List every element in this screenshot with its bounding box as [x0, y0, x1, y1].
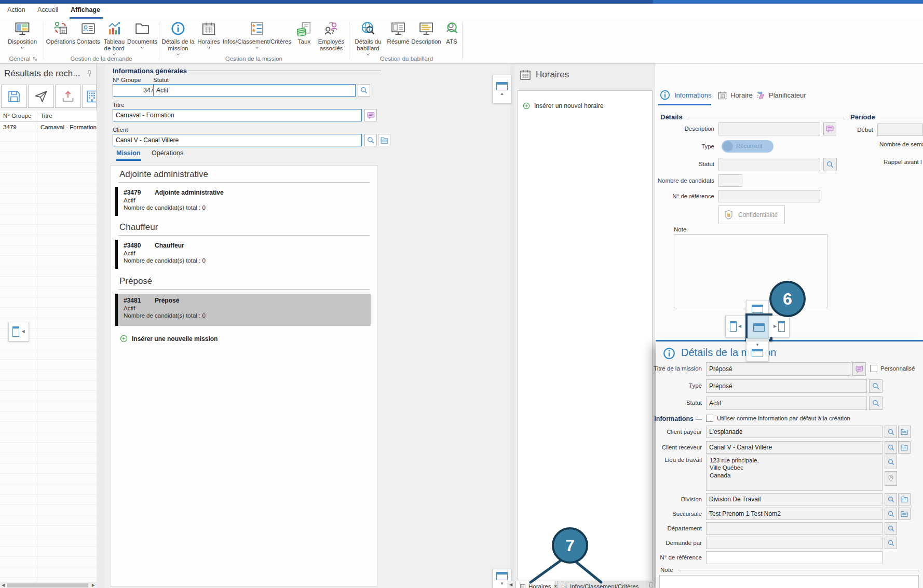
- ribbon-tab-accueil[interactable]: Accueil: [37, 6, 58, 13]
- dock-window-icon: [778, 321, 785, 332]
- departement-input[interactable]: [706, 522, 883, 535]
- titre-note-button[interactable]: [364, 109, 377, 121]
- titre-note-button[interactable]: [852, 362, 866, 376]
- paper-plane-icon: [34, 89, 48, 104]
- calendar-icon: [717, 90, 727, 100]
- debut-label: Début: [831, 127, 873, 133]
- lieu-search-button[interactable]: [885, 455, 897, 469]
- table-row[interactable]: 3479 Carnaval - Formation: [0, 122, 97, 132]
- note-label: Note: [674, 226, 686, 233]
- mission-card-selected[interactable]: #3481 Préposé Actif Nombre de candidat(s…: [115, 294, 371, 326]
- client-receveur-input[interactable]: Canal V - Canal Villere: [706, 441, 883, 454]
- ribbon-tab-action[interactable]: Action: [7, 6, 25, 13]
- weeks-label: Nombre de sema: [879, 141, 923, 147]
- division-search-button[interactable]: [885, 493, 897, 505]
- reference-input[interactable]: [718, 190, 820, 202]
- company-button[interactable]: [82, 85, 97, 108]
- search-icon: [887, 524, 895, 533]
- statut-input[interactable]: [718, 158, 820, 171]
- type-search-button[interactable]: [869, 379, 883, 393]
- description-input[interactable]: [718, 122, 820, 135]
- ribbon-tab-affichage[interactable]: Affichage: [71, 6, 100, 13]
- demande-par-input[interactable]: [706, 537, 883, 549]
- ribbon-group-mission: Gestion de la mission: [161, 56, 347, 62]
- save-button[interactable]: [1, 85, 27, 108]
- dock-guide-bottom[interactable]: ▼: [746, 338, 769, 361]
- tab-mission[interactable]: Mission: [116, 149, 141, 157]
- dock-window-icon: [752, 349, 763, 357]
- dock-guide-left[interactable]: ◀: [725, 316, 746, 337]
- tab-scroll-left-icon[interactable]: ◀: [509, 583, 512, 587]
- search-icon: [887, 458, 895, 467]
- panel-splitter[interactable]: [97, 64, 105, 588]
- client-input[interactable]: Canal V - Canal Villere: [113, 134, 362, 146]
- departement-search-button[interactable]: [885, 522, 897, 535]
- window-note-textarea[interactable]: [659, 575, 919, 588]
- no-reference-input[interactable]: [706, 551, 883, 564]
- comment-icon: [855, 365, 864, 374]
- client-search-button[interactable]: [364, 134, 377, 146]
- mission-section-rule: [118, 182, 370, 183]
- export-button[interactable]: [55, 85, 81, 108]
- dock-window-icon: [496, 82, 508, 90]
- statut-input[interactable]: Actif: [153, 84, 356, 97]
- lieu-travail-input[interactable]: 123 rue principale, Ville Québec Canada: [706, 455, 883, 491]
- client-payeur-search-button[interactable]: [885, 426, 897, 438]
- personnalise-checkbox[interactable]: [870, 365, 877, 372]
- statut-search-button[interactable]: [358, 84, 370, 97]
- statut-search-button[interactable]: [823, 158, 837, 171]
- succursale-open-button[interactable]: [898, 508, 911, 520]
- grid-header-groupe[interactable]: N° Groupe: [3, 113, 31, 119]
- division-open-button[interactable]: [898, 493, 911, 505]
- left-scrollbar[interactable]: ◀ ▶: [0, 582, 97, 588]
- debut-input[interactable]: [877, 124, 923, 136]
- search-icon: [887, 539, 895, 548]
- mission-card[interactable]: #3480 Chauffeur Actif Nombre de candidat…: [115, 240, 371, 269]
- scroll-left-icon[interactable]: ◀: [2, 583, 5, 587]
- grid-header-titre[interactable]: Titre: [40, 113, 52, 119]
- client-open-button[interactable]: [378, 134, 390, 146]
- division-input[interactable]: Division De Travail: [706, 493, 883, 505]
- search-icon: [825, 160, 835, 169]
- succursale-input[interactable]: Test Prenom 1 Test Nom2: [706, 508, 883, 520]
- type-input[interactable]: Préposé: [706, 379, 867, 393]
- tab-horaire[interactable]: Horaire: [717, 90, 753, 100]
- client-payeur-input[interactable]: L'esplanade: [706, 426, 883, 438]
- panel-splitter[interactable]: [510, 64, 514, 588]
- send-button[interactable]: [28, 85, 54, 108]
- succursale-search-button[interactable]: [885, 508, 897, 520]
- demande-par-search-button[interactable]: [885, 537, 897, 549]
- pin-icon[interactable]: [85, 70, 93, 78]
- mission-card[interactable]: #3479 Adjointe administrative Actif Nomb…: [115, 187, 371, 216]
- candidates-input[interactable]: [718, 174, 742, 187]
- client-payeur-open-button[interactable]: [898, 426, 911, 438]
- titre-input[interactable]: Carnaval - Formation: [113, 109, 362, 121]
- chevron-down-icon: [20, 46, 25, 50]
- tab-planificateur[interactable]: Planificateur: [756, 90, 806, 100]
- type-toggle[interactable]: Récurrent: [722, 140, 773, 153]
- lieu-map-button[interactable]: [885, 471, 897, 486]
- dialog-launcher-icon[interactable]: [32, 56, 38, 62]
- people-icon: [323, 21, 339, 36]
- client-receveur-search-button[interactable]: [885, 441, 897, 454]
- client-receveur-open-button[interactable]: [898, 441, 911, 454]
- insert-horaire-link[interactable]: Insérer un nouvel horaire: [522, 102, 603, 110]
- periode-rule: [880, 117, 923, 117]
- insert-mission-link[interactable]: Insérer une nouvelle mission: [119, 334, 218, 343]
- scroll-right-icon[interactable]: ▶: [92, 583, 95, 587]
- default-info-checkbox[interactable]: [706, 415, 713, 422]
- save-icon: [7, 89, 21, 104]
- titre-mission-input[interactable]: Préposé: [706, 362, 850, 376]
- tab-page-icon[interactable]: [648, 582, 654, 588]
- confidentiality-button[interactable]: Confidentialité: [718, 206, 785, 224]
- dock-left-hint[interactable]: ◀: [8, 322, 29, 341]
- dock-guide-right[interactable]: ▶: [769, 316, 790, 337]
- dock-window-icon: [753, 323, 765, 332]
- map-pin-icon: [887, 474, 895, 483]
- tab-operations[interactable]: Opérations: [152, 149, 183, 157]
- statut-search-button[interactable]: [869, 396, 883, 410]
- dock-top-hint[interactable]: ▲: [493, 75, 511, 103]
- scroll-thumb[interactable]: [7, 583, 88, 587]
- tab-informations[interactable]: Informations: [659, 89, 712, 101]
- statut-input[interactable]: Actif: [706, 396, 867, 410]
